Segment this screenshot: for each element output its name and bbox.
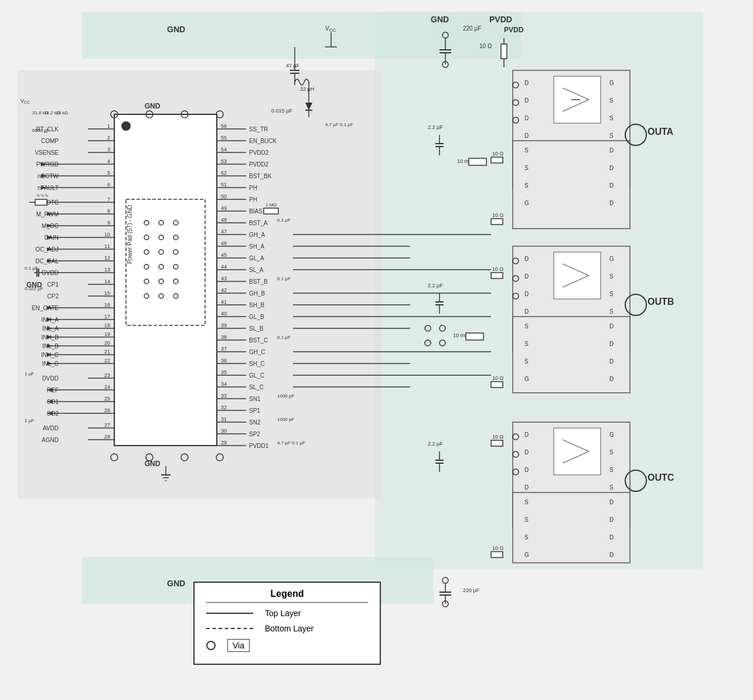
svg-text:S: S	[609, 484, 614, 491]
svg-text:COMP: COMP	[41, 138, 59, 144]
svg-text:D: D	[524, 484, 529, 491]
svg-text:D: D	[609, 376, 614, 382]
svg-text:45: 45	[221, 252, 227, 258]
svg-text:SH_C: SH_C	[249, 361, 265, 367]
svg-text:40: 40	[221, 311, 227, 317]
svg-rect-36	[114, 114, 217, 446]
svg-text:SP1: SP1	[249, 407, 260, 414]
svg-text:38: 38	[221, 334, 227, 340]
svg-text:GL_C: GL_C	[249, 372, 264, 379]
svg-text:43: 43	[221, 276, 227, 281]
bottom-layer-line	[206, 628, 253, 629]
svg-text:47 µF: 47 µF	[286, 63, 300, 69]
svg-text:S: S	[524, 499, 529, 505]
svg-text:G: G	[609, 80, 614, 86]
svg-text:GND: GND	[145, 102, 161, 110]
svg-text:S: S	[609, 97, 614, 104]
svg-text:S: S	[524, 516, 529, 523]
svg-text:SN2: SN2	[249, 419, 261, 426]
svg-text:S: S	[609, 308, 614, 315]
via-label: Via	[227, 639, 250, 652]
svg-text:0.1 µF: 0.1 µF	[277, 218, 291, 223]
svg-text:10 Ω: 10 Ω	[492, 545, 504, 551]
svg-text:S: S	[524, 341, 529, 347]
svg-text:G: G	[524, 552, 529, 558]
svg-text:33: 33	[221, 393, 227, 399]
svg-text:6: 6	[107, 182, 110, 188]
svg-text:S: S	[524, 358, 529, 365]
svg-text:BST_B: BST_B	[249, 278, 268, 285]
svg-point-57	[121, 121, 131, 131]
svg-text:G: G	[609, 431, 614, 438]
svg-text:D: D	[524, 467, 529, 473]
svg-text:D: D	[524, 132, 529, 139]
svg-text:13: 13	[104, 267, 110, 273]
legend-top-layer: Top Layer	[206, 609, 368, 618]
svg-text:10: 10	[104, 232, 110, 237]
svg-text:1: 1	[107, 123, 110, 129]
svg-text:S: S	[524, 182, 529, 189]
svg-text:12: 12	[104, 255, 110, 261]
svg-text:GND: GND	[431, 15, 449, 24]
svg-text:23: 23	[104, 372, 110, 378]
svg-text:EN_BUCK: EN_BUCK	[249, 138, 277, 144]
svg-text:S: S	[524, 323, 529, 329]
svg-text:10 Ω: 10 Ω	[492, 212, 504, 218]
svg-text:D: D	[524, 291, 529, 297]
svg-text:BST_A: BST_A	[249, 220, 268, 226]
legend-via: Via	[206, 639, 368, 652]
svg-text:220 µF: 220 µF	[463, 587, 480, 593]
svg-text:PVDD: PVDD	[489, 15, 512, 24]
svg-text:54: 54	[221, 147, 227, 152]
svg-text:OUTB: OUTB	[648, 297, 674, 307]
svg-text:50: 50	[221, 193, 227, 199]
svg-text:SL_C: SL_C	[249, 384, 264, 390]
bottom-layer-label: Bottom Layer	[265, 624, 314, 633]
svg-text:44: 44	[221, 264, 227, 270]
svg-text:PVDD2: PVDD2	[249, 161, 269, 168]
svg-text:S: S	[609, 273, 614, 280]
svg-text:D: D	[524, 80, 529, 86]
svg-text:32: 32	[221, 405, 227, 410]
svg-text:22: 22	[104, 358, 110, 363]
svg-text:39: 39	[221, 322, 227, 328]
svg-text:4.7 µF 0.1 µF: 4.7 µF 0.1 µF	[277, 440, 305, 446]
svg-text:1000 pF: 1000 pF	[277, 393, 294, 399]
svg-text:BST_C: BST_C	[249, 337, 268, 344]
svg-rect-21	[501, 44, 507, 59]
svg-rect-216	[264, 208, 278, 214]
svg-text:56: 56	[221, 123, 227, 129]
svg-text:D: D	[609, 552, 614, 558]
svg-text:1 µF: 1 µF	[25, 371, 34, 376]
svg-text:G: G	[524, 200, 529, 206]
svg-text:10 Ω: 10 Ω	[492, 434, 504, 440]
svg-text:S: S	[524, 165, 529, 171]
svg-text:11: 11	[104, 243, 110, 249]
svg-text:55: 55	[221, 135, 227, 141]
svg-text:D: D	[609, 182, 614, 189]
svg-text:26: 26	[104, 407, 110, 413]
svg-text:53: 53	[221, 158, 227, 164]
svg-text:AGND: AGND	[42, 437, 59, 443]
svg-text:SN1: SN1	[249, 396, 261, 402]
svg-text:14: 14	[104, 278, 110, 284]
svg-text:10 kΩ: 10 kΩ	[56, 110, 68, 115]
svg-text:51: 51	[221, 182, 227, 188]
svg-text:PH: PH	[249, 196, 257, 203]
svg-text:PH: PH	[249, 185, 257, 191]
svg-text:D: D	[609, 200, 614, 206]
svg-text:22 µH: 22 µH	[300, 86, 314, 92]
svg-text:GND: GND	[167, 25, 185, 34]
svg-text:SP2: SP2	[249, 431, 260, 437]
svg-text:D: D	[524, 97, 529, 104]
svg-text:25: 25	[104, 396, 110, 402]
svg-text:2.2 µF: 2.2 µF	[428, 124, 443, 130]
svg-text:29: 29	[221, 440, 227, 446]
svg-point-408	[442, 577, 448, 583]
svg-text:CP2: CP2	[47, 293, 59, 300]
svg-text:8: 8	[107, 208, 110, 214]
svg-text:5: 5	[107, 170, 110, 176]
svg-text:SH_B: SH_B	[249, 302, 264, 308]
svg-text:D: D	[609, 516, 614, 523]
svg-text:BIAS: BIAS	[249, 208, 263, 215]
